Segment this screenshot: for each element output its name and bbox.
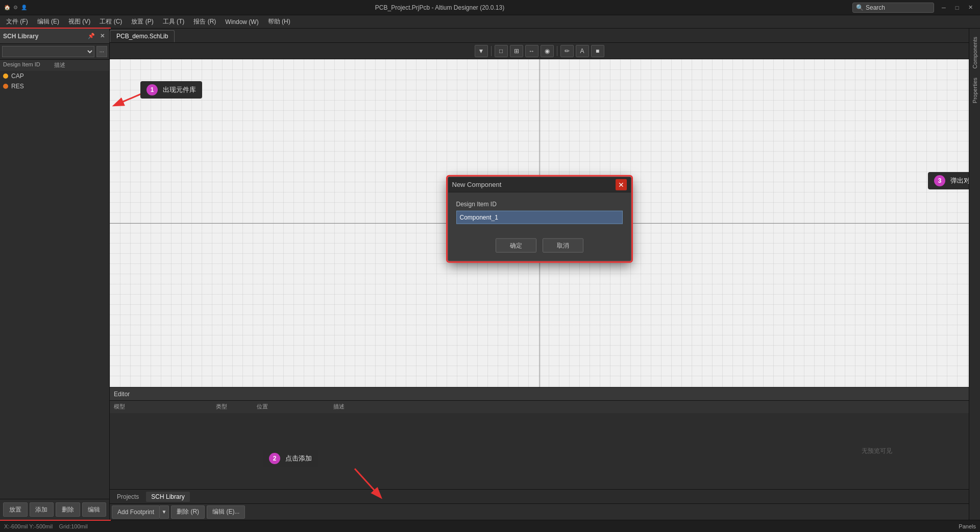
sch-library-panel: SCH Library 📌 ✕ ··· Design Item ID 描述 CA…: [0, 29, 110, 520]
list-item[interactable]: RES: [0, 81, 109, 91]
cap-indicator: [3, 74, 8, 79]
tb-sep2: [557, 46, 557, 56]
dialog-cancel-button[interactable]: 取消: [543, 238, 583, 253]
res-indicator: [3, 84, 8, 89]
editor-col-type: 类型: [216, 403, 257, 410]
dialog-input[interactable]: [456, 211, 623, 224]
toolbar: ▼ □ ⊞ ↔ ◉ ✏ A ■: [110, 43, 969, 59]
editor-col-pos: 位置: [257, 403, 333, 410]
menu-place[interactable]: 放置 (P): [127, 16, 157, 27]
dialog-titlebar: New Component ✕: [448, 177, 631, 192]
new-component-dialog[interactable]: New Component ✕ Design Item ID 确定 取消: [448, 177, 631, 261]
editor-table-header: 模型 类型 位置 描述: [110, 401, 969, 413]
rs-tab-properties[interactable]: Properties: [970, 74, 980, 107]
menu-tools[interactable]: 工具 (T): [159, 16, 189, 27]
pin-icon[interactable]: 📌: [86, 32, 96, 40]
res-label: RES: [11, 83, 24, 90]
minimize-button[interactable]: ─: [938, 2, 949, 13]
filter-select[interactable]: [2, 46, 94, 57]
canvas[interactable]: 1 出现元件库 New Component ✕ Design Item ID: [110, 59, 969, 387]
tb-filter-btn[interactable]: ▼: [475, 45, 488, 57]
panel-header: SCH Library 📌 ✕: [0, 29, 109, 44]
dialog-ok-button[interactable]: 确定: [496, 238, 536, 253]
menu-file[interactable]: 文件 (F): [2, 16, 32, 27]
tb-text-btn[interactable]: A: [576, 45, 589, 57]
panel-title: SCH Library: [3, 33, 38, 40]
menu-help[interactable]: 帮助 (H): [264, 16, 295, 27]
menu-edit[interactable]: 编辑 (E): [33, 16, 63, 27]
edit-footprint-button[interactable]: 编辑 (E)...: [207, 505, 245, 519]
delete-footprint-button[interactable]: 删除 (R): [171, 505, 205, 519]
center-area: PCB_demo.SchLib ▼ □ ⊞ ↔ ◉ ✏ A ■: [110, 29, 969, 520]
dialog-body: Design Item ID: [448, 192, 631, 232]
editor-col-model: 模型: [114, 403, 216, 410]
add-button[interactable]: 添加: [30, 502, 54, 517]
tb-sep1: [491, 46, 492, 56]
maximize-button[interactable]: □: [951, 2, 963, 13]
menu-reports[interactable]: 报告 (R): [189, 16, 220, 27]
rs-tab-components[interactable]: Components: [970, 33, 980, 72]
search-icon: 🔍: [856, 4, 864, 11]
editor-col-desc: 描述: [333, 403, 965, 410]
editor-title: Editor: [114, 391, 130, 398]
panel-footer: 放置 添加 删除 编辑: [0, 499, 109, 520]
tb-rect-btn[interactable]: □: [495, 45, 508, 57]
dialog-field-label: Design Item ID: [456, 201, 623, 208]
menu-window[interactable]: Window (W): [221, 17, 262, 27]
component-list: CAP RES: [0, 71, 109, 499]
tb-circle-btn[interactable]: ◉: [541, 45, 554, 57]
filter-row: ···: [0, 44, 109, 60]
status-bar: X:-600mil Y:-500mil Grid:100mil Panels: [0, 520, 980, 532]
editor-header: Editor: [110, 388, 969, 401]
tb-fill-btn[interactable]: ■: [591, 45, 604, 57]
panels-button[interactable]: Panels: [959, 523, 976, 529]
add-footprint-bar: Add Footprint ▼ 删除 (R) 编辑 (E)... 2 点击添加: [110, 503, 969, 520]
edit-button[interactable]: 编辑: [82, 502, 107, 517]
delete-button[interactable]: 删除: [56, 502, 80, 517]
close-panel-icon[interactable]: ✕: [99, 32, 106, 40]
right-sidebar: Components Properties: [969, 29, 980, 520]
tab-bar: PCB_demo.SchLib: [110, 29, 969, 43]
tb-pen-btn[interactable]: ✏: [560, 45, 574, 57]
list-item[interactable]: CAP: [0, 71, 109, 81]
close-button[interactable]: ✕: [965, 2, 976, 13]
menu-project[interactable]: 工程 (C): [95, 16, 126, 27]
tb-arrow-btn[interactable]: ↔: [525, 45, 538, 57]
menu-bar: 文件 (F) 编辑 (E) 视图 (V) 工程 (C) 放置 (P) 工具 (T…: [0, 15, 980, 29]
add-footprint-group: Add Footprint ▼: [112, 505, 169, 519]
dialog-close-button[interactable]: ✕: [616, 179, 627, 190]
tb-grid-btn[interactable]: ⊞: [510, 45, 523, 57]
dialog-title: New Component: [452, 181, 502, 188]
dialog-buttons: 确定 取消: [448, 232, 631, 261]
filter-button[interactable]: ···: [96, 46, 107, 57]
btab-sch-library[interactable]: SCH Library: [146, 492, 189, 502]
bottom-tabs: Projects SCH Library: [110, 489, 969, 503]
app-title: PCB_Project.PrjPcb - Altium Designer (20…: [27, 4, 852, 11]
col-desc-label: 描述: [54, 61, 106, 69]
btab-projects[interactable]: Projects: [112, 492, 144, 502]
editor-panel: Editor 模型 类型 位置 描述 无预览可见: [110, 387, 969, 489]
no-preview-text: 无预览可见: [862, 447, 892, 455]
add-footprint-button[interactable]: Add Footprint: [112, 505, 160, 519]
title-icons: 🏠 ⚙ 👤: [4, 5, 27, 10]
cap-label: CAP: [11, 72, 24, 80]
component-table-header: Design Item ID 描述: [0, 60, 109, 71]
panel-header-icons: 📌 ✕: [86, 32, 106, 40]
add-footprint-label: Add Footprint: [117, 509, 154, 516]
search-bar[interactable]: 🔍 Search: [852, 3, 934, 13]
main-layout: SCH Library 📌 ✕ ··· Design Item ID 描述 CA…: [0, 29, 980, 520]
title-bar: 🏠 ⚙ 👤 PCB_Project.PrjPcb - Altium Design…: [0, 0, 980, 15]
menu-view[interactable]: 视图 (V): [64, 16, 94, 27]
tab-pcb-demo[interactable]: PCB_demo.SchLib: [110, 30, 175, 42]
search-label: Search: [866, 4, 885, 11]
window-controls: ─ □ ✕: [938, 2, 976, 13]
col-id-label: Design Item ID: [3, 61, 54, 69]
place-button[interactable]: 放置: [3, 502, 28, 517]
status-coords: X:-600mil Y:-500mil Grid:100mil: [4, 523, 88, 529]
add-footprint-dropdown[interactable]: ▼: [160, 505, 169, 519]
editor-empty: 无预览可见: [110, 413, 969, 489]
